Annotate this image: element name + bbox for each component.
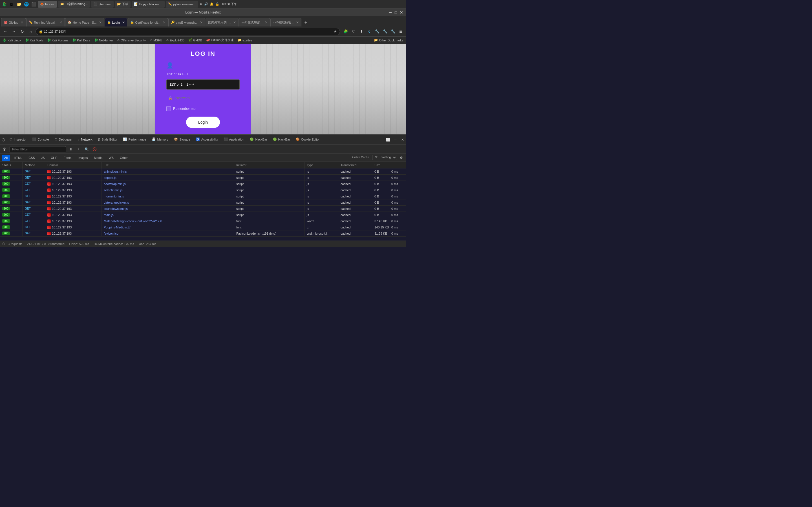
devtab-network[interactable]: ↕ Network [75, 135, 95, 144]
addon1-button[interactable]: 🔧 [374, 28, 380, 35]
forward-button[interactable]: → [10, 28, 17, 35]
devtools-more-button[interactable]: ··· [392, 136, 399, 143]
devtab-debugger[interactable]: ⬡ Debugger [52, 135, 75, 144]
bookmark-kali-docs[interactable]: 🐉 Kali Docs [70, 38, 92, 43]
shield-icon[interactable]: 🛡 [350, 28, 357, 35]
status-header[interactable]: Status [0, 162, 22, 168]
clear-network-button[interactable]: 🗑 [2, 146, 8, 152]
table-row[interactable]: 200 GET 10.129.37.193 Material-Design-Ic… [0, 218, 406, 224]
bookmark-kali-forums[interactable]: 🐉 Kali Forums [45, 38, 70, 43]
size-header[interactable]: Size [372, 162, 389, 168]
file-header[interactable]: File [101, 162, 234, 168]
tab-md5dec[interactable]: md5在线解密... ✕ [270, 18, 302, 26]
bookmark-exploit-db[interactable]: ⚠ Exploit-DB [164, 38, 186, 43]
tab-github[interactable]: 🐙 GitHub ✕ [1, 18, 26, 26]
filter-html[interactable]: HTML [11, 155, 25, 161]
taskbar-icon-desktop[interactable]: 🖥 [8, 1, 15, 7]
clear-cache-button[interactable]: 🚫 [91, 146, 98, 152]
taskbar-icon-browser[interactable]: 🌐 [23, 1, 29, 7]
disable-cache-button[interactable]: Disable Cache [349, 155, 371, 160]
devtab-performance[interactable]: 📊 Performance [120, 135, 149, 144]
filter-js[interactable]: JS [39, 155, 47, 161]
taskbar-app-folder1[interactable]: 📂 ~/桌面/starting... [58, 1, 90, 8]
taskbar-app-terminal[interactable]: ⬛ qterminal [91, 1, 113, 8]
addon2-button[interactable]: 🔧 [382, 28, 389, 35]
sync-button[interactable]: 6 [366, 28, 373, 35]
filter-all[interactable]: All [2, 155, 10, 161]
tab-login-close[interactable]: ✕ [122, 20, 125, 24]
bookmark-github-acc[interactable]: 🐙 GitHub 文件加速 [204, 38, 236, 43]
devtab-application[interactable]: ⬛ Application [221, 135, 247, 144]
taskbar-app-editor2[interactable]: ✏️ pylance-releas... [166, 1, 198, 8]
table-row[interactable]: 200 GET 10.129.37.193 select2.min.js scr… [0, 187, 406, 193]
devtab-hackbar1[interactable]: 🟢 HackBar [247, 135, 270, 144]
filter-media[interactable]: Media [91, 155, 105, 161]
os-logo[interactable]: 🐉 [1, 1, 7, 7]
taskbar-app-download[interactable]: 📂 下载 [115, 1, 131, 8]
filter-images[interactable]: Images [75, 155, 90, 161]
bookmark-ghdb[interactable]: 🌿 GHDB [187, 38, 204, 43]
table-row[interactable]: 200 GET 10.129.37.193 popper.js script j… [0, 175, 406, 181]
tab-visual-close[interactable]: ✕ [59, 20, 62, 24]
refresh-button[interactable]: ↻ [18, 28, 26, 35]
tab-intl-close[interactable]: ✕ [233, 20, 236, 24]
new-tab-button[interactable]: + [302, 18, 310, 26]
tab-cert[interactable]: 🔒 Certificate for git... ✕ [128, 18, 168, 26]
addon3-button[interactable]: 🔧 [390, 28, 396, 35]
tab-login[interactable]: 🔒 Login ✕ [105, 18, 128, 26]
tab-visual[interactable]: ✏️ Running Visual... ✕ [26, 18, 65, 26]
devtools-pick-element[interactable]: ⬡ [0, 136, 7, 143]
pause-button[interactable]: ⏸ [68, 146, 74, 152]
devtab-console[interactable]: ⬛ Console [29, 135, 52, 144]
filter-css[interactable]: CSS [26, 155, 38, 161]
devtab-storage[interactable]: 📦 Storage [171, 135, 193, 144]
table-row[interactable]: 200 GET 10.129.37.193 animsition.min.js … [0, 168, 406, 175]
throttle-select[interactable]: No Throttling [372, 155, 397, 160]
bookmark-msfu[interactable]: ⚠ MSFU [148, 38, 164, 43]
time-header[interactable] [389, 162, 406, 168]
username-input[interactable] [166, 79, 240, 90]
filter-ws[interactable]: WS [106, 155, 116, 161]
volume-icon[interactable]: 🔊 [204, 2, 208, 6]
table-row[interactable]: 200 GET 10.129.37.193 Poppins-Medium.ttf… [0, 224, 406, 230]
lock-icon[interactable]: 🔒 [215, 2, 219, 6]
maximize-button[interactable]: □ [394, 10, 398, 15]
bookmark-kali-linux[interactable]: 🐉 Kali Linux [1, 38, 23, 43]
table-row[interactable]: 200 GET 10.129.37.193 countdowntime.js s… [0, 206, 406, 212]
devtab-hackbar2[interactable]: 🟢 HackBar [270, 135, 293, 144]
tab-md5dec-close[interactable]: ✕ [296, 20, 299, 24]
tab-md5enc[interactable]: md5在线加密... ✕ [239, 18, 270, 26]
close-button[interactable]: ✕ [399, 10, 404, 15]
filter-xhr[interactable]: XHR [49, 155, 60, 161]
devtools-expand-button[interactable]: ⬜ [385, 136, 391, 143]
transferred-header[interactable]: Transferred [338, 162, 372, 168]
method-header[interactable]: Method [22, 162, 45, 168]
devtools-close-button[interactable]: ✕ [399, 136, 406, 143]
table-row[interactable]: 200 GET 10.129.37.193 moment.min.js scri… [0, 193, 406, 200]
taskbar-icon-files[interactable]: 📁 [16, 1, 22, 7]
initiator-header[interactable]: Initiator [234, 162, 305, 168]
bookmark-kali-tools[interactable]: 🐉 Kali Tools [23, 38, 45, 43]
bookmark-other[interactable]: 📂 Other Bookmarks [372, 38, 405, 43]
bookmark-offensive[interactable]: ⚠ Offensive Security [115, 38, 147, 43]
filter-other[interactable]: Other [117, 155, 130, 161]
tab-github-close[interactable]: ✕ [20, 20, 23, 24]
tab-md5enc-close[interactable]: ✕ [265, 20, 267, 24]
tab-home[interactable]: 🏠 Home Page - S... ✕ [65, 18, 104, 26]
taskbar-app-firefox[interactable]: 🦊 Firefox [38, 1, 57, 8]
devtab-memory[interactable]: 💾 Memory [149, 135, 171, 144]
url-bar[interactable]: 🔒 10.129.37.193/# ★ [36, 28, 340, 35]
url-filter-input[interactable] [10, 146, 66, 152]
taskbar-icon-terminal[interactable]: ⬛ [31, 1, 37, 7]
bookmark-nethunter[interactable]: 🐉 NetHunter [93, 38, 115, 43]
tab-cert-close[interactable]: ✕ [163, 20, 165, 24]
download-button[interactable]: ⬇ [358, 28, 365, 35]
tab-intl[interactable]: 国内外常用的h... ✕ [206, 18, 239, 26]
record-add-button[interactable]: + [75, 146, 82, 152]
remember-checkbox[interactable] [166, 107, 171, 111]
bookmark-exsites[interactable]: 📁 exsites [236, 38, 254, 43]
throttle-settings-button[interactable]: ⚙ [398, 155, 404, 161]
filter-fonts[interactable]: Fonts [61, 155, 74, 161]
devtab-style[interactable]: {} Style Editor [95, 135, 120, 144]
table-row[interactable]: 200 GET 10.129.37.193 daterangepicker.js… [0, 200, 406, 206]
